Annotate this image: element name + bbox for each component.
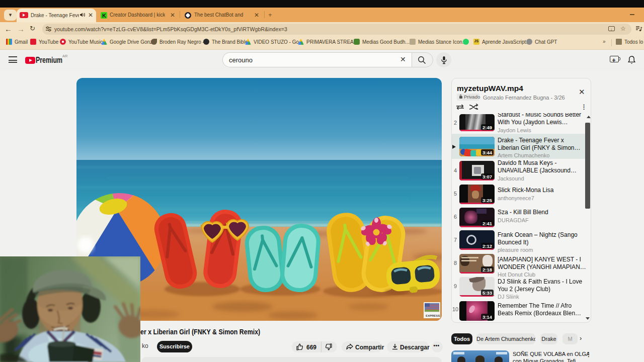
svg-text:EXPRESS: EXPRESS xyxy=(426,314,440,317)
